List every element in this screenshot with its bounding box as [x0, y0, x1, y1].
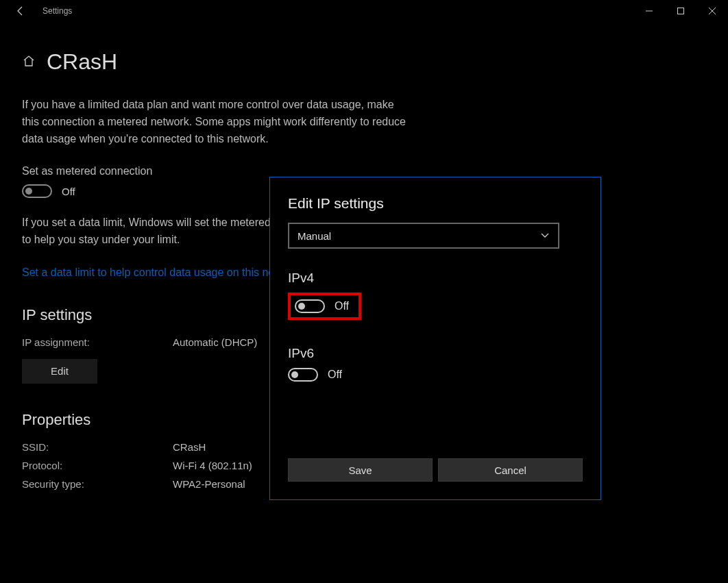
ipv6-toggle[interactable] [288, 368, 318, 382]
ipv4-highlight: Off [288, 293, 361, 320]
ip-assignment-value: Automatic (DHCP) [173, 336, 257, 348]
chevron-down-icon [540, 230, 550, 242]
ipv4-toggle[interactable] [295, 299, 325, 313]
metered-toggle-state: Off [62, 186, 75, 197]
property-value: WPA2-Personal [173, 478, 245, 490]
maximize-button[interactable] [665, 0, 696, 22]
dropdown-value: Manual [298, 230, 331, 242]
metered-toggle[interactable] [22, 184, 52, 198]
ipv6-toggle-state: Off [328, 369, 342, 381]
ip-assignment-label: IP assignment: [22, 336, 173, 348]
edit-ip-dialog: Edit IP settings Manual IPv4 Off IPv6 Of… [269, 177, 601, 500]
window-title: Settings [43, 6, 72, 16]
minimize-button[interactable] [633, 0, 665, 22]
metered-label: Set as metered connection [22, 165, 411, 177]
page-title: CRasH [47, 49, 117, 75]
dialog-title: Edit IP settings [288, 195, 583, 212]
ipv6-label: IPv6 [288, 346, 583, 361]
property-value: Wi-Fi 4 (802.11n) [173, 460, 252, 471]
ip-mode-dropdown[interactable]: Manual [288, 223, 559, 249]
ipv4-label: IPv4 [288, 271, 583, 286]
home-icon [22, 54, 36, 70]
titlebar: Settings [0, 0, 728, 22]
cancel-button[interactable]: Cancel [438, 458, 583, 482]
back-button[interactable] [7, 0, 34, 22]
metered-description: If you have a limited data plan and want… [22, 97, 406, 147]
property-key: Protocol: [22, 460, 173, 471]
edit-button[interactable]: Edit [22, 359, 97, 384]
property-value: CRasH [173, 441, 206, 453]
svg-rect-1 [678, 8, 684, 14]
close-button[interactable] [696, 0, 728, 22]
property-key: Security type: [22, 478, 173, 490]
window-controls [633, 0, 728, 22]
ipv4-toggle-state: Off [335, 300, 349, 312]
save-button[interactable]: Save [288, 458, 433, 482]
property-key: SSID: [22, 441, 173, 453]
